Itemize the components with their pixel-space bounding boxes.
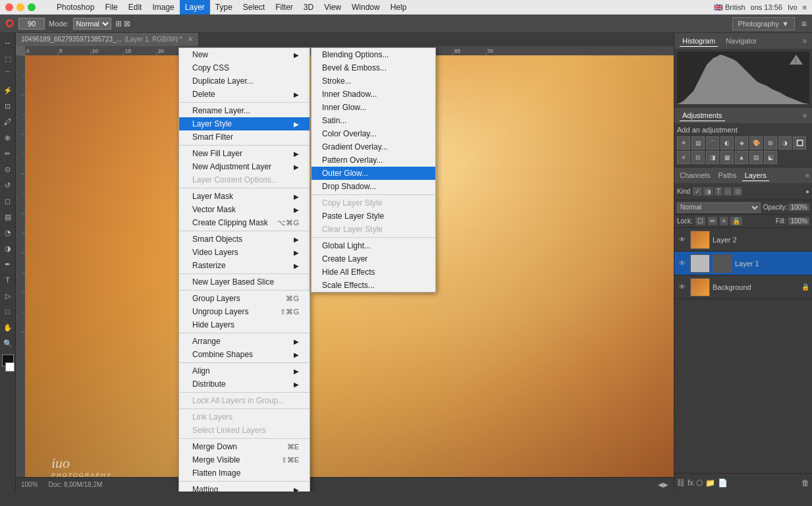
zoom-tool[interactable]: 🔍 — [1, 336, 15, 351]
adj-posterize[interactable]: ▦ — [720, 151, 734, 164]
move-tool[interactable]: ↔ — [1, 36, 15, 50]
submenu-hide-all-effects[interactable]: Hide All Effects — [311, 266, 435, 279]
crop-tool[interactable]: ⊡ — [1, 99, 15, 113]
blur-tool[interactable]: ◔ — [1, 225, 15, 240]
submenu-paste-layer-style[interactable]: Paste Layer Style — [311, 210, 435, 223]
link-layers-btn[interactable]: ⛓ — [677, 478, 685, 488]
menu-item-video-layers[interactable]: Video Layers ▶ — [179, 246, 310, 259]
submenu-outer-glow[interactable]: Outer Glow... — [311, 167, 435, 180]
tab-paths[interactable]: Paths — [715, 170, 739, 181]
layer-item-layer2[interactable]: 👁 Layer 2 — [674, 228, 812, 252]
menu-item-vector-mask[interactable]: Vector Mask ▶ — [179, 203, 310, 216]
app-menu-image[interactable]: Image — [147, 0, 179, 14]
app-menu-type[interactable]: Type — [210, 0, 238, 14]
menu-item-duplicate[interactable]: Duplicate Layer... — [179, 74, 310, 88]
adj-invert[interactable]: ◨ — [706, 151, 719, 164]
menu-item-merge-down[interactable]: Merge Down ⌘E — [179, 440, 310, 453]
type-tool[interactable]: T — [1, 273, 15, 287]
opacity-value[interactable]: 100% — [788, 204, 809, 211]
adj-selective-color[interactable]: ⬕ — [764, 151, 777, 164]
app-menu-3d[interactable]: 3D — [298, 0, 319, 14]
menu-item-merge-visible[interactable]: Merge Visible ⇧⌘E — [179, 453, 310, 466]
menu-item-new-adj[interactable]: New Adjustment Layer ▶ — [179, 160, 310, 173]
new-layer-btn[interactable]: 📄 — [718, 478, 728, 488]
new-group-btn[interactable]: 📁 — [705, 478, 715, 488]
submenu-inner-glow[interactable]: Inner Glow... — [311, 101, 435, 114]
tab-histogram[interactable]: Histogram — [680, 36, 718, 47]
workspace-button[interactable]: Photography ▼ — [732, 17, 795, 30]
adj-exposure[interactable]: ◐ — [720, 136, 734, 150]
layer-effects-btn[interactable]: fx — [688, 478, 693, 488]
submenu-satin[interactable]: Satin... — [311, 114, 435, 127]
nav-arrows[interactable]: ◀▶ — [658, 481, 668, 488]
filter-type[interactable]: T — [715, 187, 722, 196]
menu-item-align[interactable]: Align ▶ — [179, 364, 310, 378]
submenu-bevel-emboss[interactable]: Bevel & Emboss... — [311, 61, 435, 74]
menu-item-rasterize[interactable]: Rasterize ▶ — [179, 259, 310, 272]
adj-color-lookup[interactable]: ⊟ — [691, 151, 705, 164]
hand-tool[interactable]: ✋ — [1, 320, 15, 335]
submenu-stroke[interactable]: Stroke... — [311, 74, 435, 88]
menu-item-layer-mask[interactable]: Layer Mask ▶ — [179, 190, 310, 203]
submenu-create-layer[interactable]: Create Layer — [311, 252, 435, 266]
menu-item-delete[interactable]: Delete ▶ — [179, 88, 310, 101]
adj-hsl[interactable]: 🎨 — [749, 136, 763, 150]
close-button[interactable] — [5, 3, 13, 11]
menu-item-smart-objects[interactable]: Smart Objects ▶ — [179, 233, 310, 246]
menu-item-smart-filter[interactable]: Smart Filter — [179, 130, 310, 144]
submenu-scale-effects[interactable]: Scale Effects... — [311, 279, 435, 292]
eyedropper-tool[interactable]: 🖍 — [1, 115, 15, 129]
histogram-panel-menu[interactable]: ≡ — [803, 38, 807, 45]
lock-transparent[interactable]: ☐ — [695, 217, 705, 225]
app-menu-select[interactable]: Select — [238, 0, 270, 14]
background-color[interactable] — [5, 362, 14, 372]
submenu-inner-shadow[interactable]: Inner Shadow... — [311, 88, 435, 101]
filter-pixel[interactable]: ✓ — [693, 187, 702, 196]
gradient-tool[interactable]: ▤ — [1, 210, 15, 224]
adj-vibrance[interactable]: ◈ — [735, 136, 748, 150]
fill-value[interactable]: 100% — [788, 217, 809, 225]
menu-item-rename[interactable]: Rename Layer... — [179, 104, 310, 117]
layer-eye-background[interactable]: 👁 — [677, 282, 688, 293]
maximize-button[interactable] — [28, 3, 36, 11]
submenu-color-overlay[interactable]: Color Overlay... — [311, 127, 435, 140]
submenu-global-light[interactable]: Global Light... — [311, 239, 435, 252]
panel-toggle[interactable]: ≡ — [801, 18, 807, 29]
mode-select[interactable]: Normal — [73, 18, 111, 30]
menu-item-flatten[interactable]: Flatten Image — [179, 466, 310, 480]
submenu-pattern-overlay[interactable]: Pattern Overlay... — [311, 154, 435, 167]
menu-item-new-fill[interactable]: New Fill Layer ▶ — [179, 147, 310, 160]
menu-item-hide-layers[interactable]: Hide Layers — [179, 318, 310, 331]
apple-menu[interactable] — [41, 0, 51, 14]
history-brush-tool[interactable]: ↺ — [1, 178, 15, 192]
submenu-drop-shadow[interactable]: Drop Shadow... — [311, 180, 435, 193]
menu-item-layer-style[interactable]: Layer Style ▶ — [179, 117, 310, 130]
blend-mode-select[interactable]: Normal — [677, 202, 761, 213]
adj-photo-filter[interactable]: 🔳 — [793, 136, 806, 150]
path-select-tool[interactable]: ▷ — [1, 289, 15, 303]
menu-item-combine-shapes[interactable]: Combine Shapes ▶ — [179, 348, 310, 361]
pen-tool[interactable]: ✒ — [1, 257, 15, 271]
canvas-tab[interactable]: 10496189_6627935971385723_... (Layer 1, … — [16, 33, 199, 46]
menu-item-group-layers[interactable]: Group Layers ⌘G — [179, 292, 310, 305]
layer-eye-layer2[interactable]: 👁 — [677, 235, 688, 245]
app-menu-photoshop[interactable]: Photoshop — [51, 0, 99, 14]
layer-item-layer1[interactable]: 👁 Layer 1 — [674, 252, 812, 275]
adj-levels[interactable]: ▤ — [691, 136, 705, 150]
layer-item-background[interactable]: 👁 Background 🔒 — [674, 275, 812, 299]
spot-heal-tool[interactable]: ⊕ — [1, 130, 15, 145]
lock-all[interactable]: 🔒 — [730, 217, 742, 225]
app-menu-view[interactable]: View — [319, 0, 346, 14]
submenu-gradient-overlay[interactable]: Gradient Overlay... — [311, 140, 435, 154]
clone-stamp-tool[interactable]: ⊙ — [1, 162, 15, 177]
adj-gradient-map[interactable]: ▤ — [749, 151, 763, 164]
app-menu-layer[interactable]: Layer — [180, 0, 210, 14]
dodge-tool[interactable]: ◑ — [1, 241, 15, 256]
adj-bw[interactable]: ◑ — [778, 136, 792, 150]
layer-eye-layer1[interactable]: 👁 — [677, 258, 688, 269]
adj-curves[interactable]: ⌒ — [706, 136, 719, 150]
tab-channels[interactable]: Channels — [677, 170, 713, 181]
adj-brightness[interactable]: ☀ — [677, 136, 690, 150]
lasso-tool[interactable]: ⌒ — [1, 67, 15, 82]
brush-tool[interactable]: ✏ — [1, 146, 15, 161]
